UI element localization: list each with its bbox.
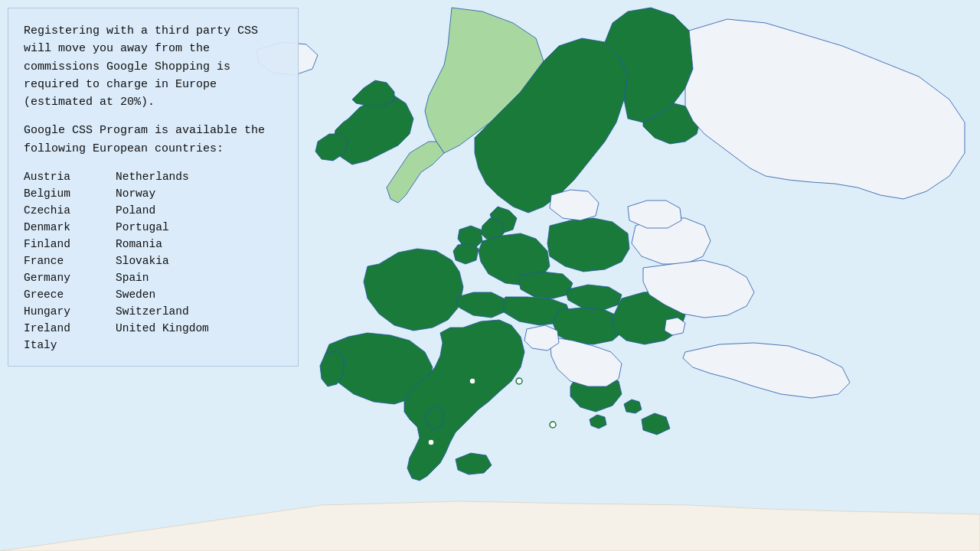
country-list: AustriaNetherlandsBelgiumNorwayCzechiaPo…	[24, 170, 283, 352]
country-col1-item: Italy	[24, 338, 116, 352]
subtitle-paragraph: Google CSS Program is available the foll…	[24, 122, 283, 158]
country-col1-item: Ireland	[24, 321, 116, 335]
svg-point-5	[516, 378, 522, 384]
info-panel: Registering with a third party CSS will …	[8, 8, 299, 367]
svg-point-3	[550, 422, 556, 428]
country-col1-item: Germany	[24, 271, 116, 285]
country-col2-item: Switzerland	[116, 305, 253, 318]
country-col1-item: France	[24, 254, 116, 268]
country-col2-item: Portugal	[116, 220, 253, 234]
svg-point-4	[428, 439, 434, 445]
country-col2-item: Netherlands	[116, 170, 253, 184]
country-col1-item: Belgium	[24, 187, 116, 201]
country-col1-item: Finland	[24, 237, 116, 251]
country-col2-item: Sweden	[116, 288, 253, 302]
country-col2-item: United Kingdom	[116, 321, 253, 335]
country-col2-item: Slovakia	[116, 254, 253, 268]
intro-paragraph: Registering with a third party CSS will …	[24, 22, 283, 111]
country-col2-item: Spain	[116, 271, 253, 285]
country-col1-item: Greece	[24, 288, 116, 302]
country-col2-item	[116, 338, 253, 352]
svg-point-2	[469, 378, 475, 384]
country-col2-item: Poland	[116, 204, 253, 217]
country-col1-item: Hungary	[24, 305, 116, 318]
country-col1-item: Austria	[24, 170, 116, 184]
country-col2-item: Romania	[116, 237, 253, 251]
country-col1-item: Czechia	[24, 204, 116, 217]
country-col2-item: Norway	[116, 187, 253, 201]
country-col1-item: Denmark	[24, 220, 116, 234]
